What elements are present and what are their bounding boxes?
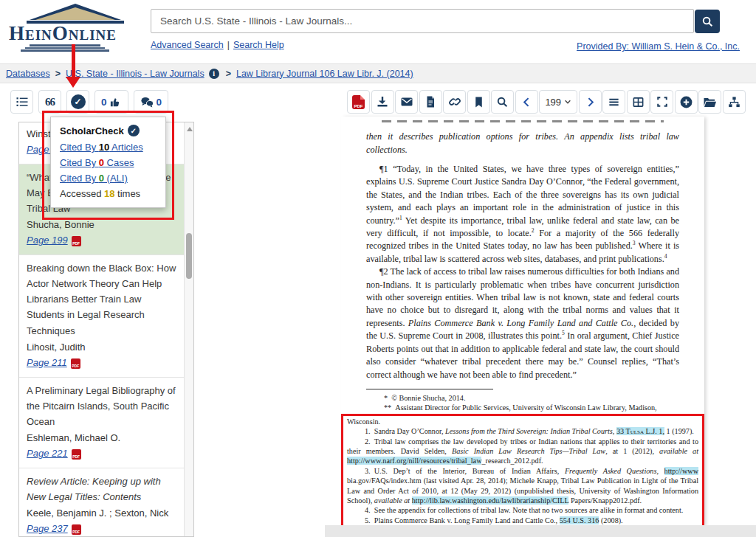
view-pdf-button[interactable]: PDF [347, 90, 370, 114]
pdf-icon[interactable]: PDF [71, 358, 80, 369]
bookmark-button[interactable] [467, 90, 490, 114]
likes-button[interactable]: 0 [94, 90, 128, 114]
download-icon [376, 95, 389, 108]
contents-list-button[interactable] [10, 90, 33, 114]
inline-link[interactable]: http://www.narf.org/nill/resources/triba… [347, 457, 481, 465]
more-options-button[interactable] [675, 90, 698, 114]
permalink-button[interactable] [443, 90, 466, 114]
list-item[interactable]: Breaking down the Black Box: How Actor N… [19, 255, 184, 377]
article-title: Review Article: Keeping up with New Lega… [27, 474, 176, 505]
cited-by-articles-link[interactable]: Cited By 10 Articles [60, 142, 143, 153]
breadcrumb-separator: > [55, 69, 61, 79]
search-icon [701, 15, 714, 28]
save-to-favorites-button[interactable] [698, 90, 721, 114]
previous-page-button[interactable] [515, 90, 538, 114]
check-circle-icon: ✓ [71, 94, 86, 109]
cited-by-ali-link[interactable]: Cited By 0 (ALI) [60, 173, 128, 184]
sidebar-scrollbar[interactable] [184, 122, 193, 536]
envelope-icon [400, 95, 413, 108]
cited-by-cases-link[interactable]: Cited By 0 Cases [60, 157, 134, 168]
page-link[interactable]: Page 221 [27, 448, 68, 459]
footnote-star: * © Bonnie Shucha, 2014. [366, 393, 679, 403]
email-button[interactable] [395, 90, 418, 114]
breadcrumb-databases[interactable]: Databases [6, 69, 50, 79]
footnote-4: 4. See the appendix for collections of t… [347, 505, 698, 515]
page-view-options-button[interactable] [602, 90, 625, 114]
citation-network-button[interactable] [723, 90, 746, 114]
footnote-1: 1. Sandra Day O’Connor, Lessons from the… [347, 426, 698, 436]
info-icon[interactable]: i [209, 69, 219, 79]
pdf-icon[interactable]: PDF [72, 524, 81, 535]
breadcrumb: Databases > U.S. State - Illinois - Law … [0, 63, 756, 83]
next-page-button[interactable] [579, 90, 602, 114]
footnote-2: 2. Tribal law comprises the law develope… [347, 437, 698, 466]
pdf-icon[interactable]: PDF [72, 449, 81, 460]
clipped-text-line [382, 120, 664, 122]
breadcrumb-separator: > [226, 69, 231, 79]
page-link[interactable]: Page 211 [27, 357, 67, 368]
pdf-icon: PDF [352, 95, 365, 109]
fullscreen-button[interactable] [650, 90, 673, 114]
inline-link[interactable]: 33 T [616, 427, 630, 435]
thumbs-up-icon [109, 96, 122, 108]
comments-button[interactable]: 0 [134, 90, 169, 114]
inline-link[interactable]: http://lib.law.washington.edu/lawlibrari… [412, 496, 569, 505]
article-authors[interactable]: Lihosit, Judith [27, 339, 176, 355]
inline-link[interactable]: Sexton, Nick [114, 507, 168, 519]
breadcrumb-collection[interactable]: U.S. State - Illinois - Law Journals [66, 69, 205, 79]
magnifier-icon [496, 96, 509, 108]
inline-link[interactable]: Shucha, Bonnie [27, 219, 94, 230]
list-item[interactable]: A Preliminary Legal Bibliography of the … [19, 378, 184, 468]
article-authors[interactable]: Shucha, Bonnie [27, 217, 176, 232]
search-in-document-button[interactable] [491, 90, 514, 114]
text-view-button[interactable] [419, 90, 442, 114]
inline-link[interactable]: Lihosit, Judith [27, 342, 86, 353]
comments-icon [140, 96, 154, 108]
article-authors[interactable]: Keele, Benjamin J. ; Sexton, Nick [27, 505, 176, 521]
search-help-link[interactable]: Search Help [233, 40, 284, 50]
footnote-double-star: ** Assistant Director for Public Service… [366, 403, 679, 412]
viewer-background-strip [325, 525, 756, 537]
chevron-right-icon [585, 97, 596, 108]
provided-by-link[interactable]: Provided By: William S. Hein & Co., Inc. [577, 41, 740, 52]
advanced-search-link[interactable]: Advanced Search [151, 40, 224, 50]
quote-icon: 66 [45, 96, 55, 108]
logo-text: HeinOnline [9, 22, 117, 45]
inline-link[interactable]: Eshleman, Michael O. [27, 432, 120, 443]
list-icon [16, 95, 29, 108]
breadcrumb-journal[interactable]: Law Library Journal 106 Law Libr. J. (20… [236, 69, 413, 79]
page-link[interactable]: Page 199 [27, 235, 68, 246]
scrollbar-thumb[interactable] [186, 233, 192, 279]
footnote-double-star-continued: Wisconsin. [347, 417, 698, 426]
bookmark-icon [472, 96, 485, 108]
citations-button[interactable]: 66 [38, 90, 61, 114]
document-tools-right: PDF [347, 90, 746, 114]
scroll-up-arrow[interactable] [187, 127, 193, 131]
article-title: Breaking down the Black Box: How Actor N… [27, 260, 176, 338]
article-authors[interactable]: Eshleman, Michael O. [27, 430, 176, 446]
search-input[interactable] [151, 9, 694, 33]
chevron-down-icon [564, 98, 571, 105]
heinonline-logo[interactable]: HeinOnline [7, 2, 148, 49]
folder-icon [703, 96, 717, 108]
inline-link[interactable]: L.J. 1, [644, 427, 664, 435]
multi-page-view-button[interactable] [627, 90, 650, 114]
inline-link[interactable]: ulsa [630, 427, 644, 435]
inline-link[interactable]: Keele, Benjamin J. [27, 507, 106, 519]
accessed-times-label: Accessed 18 times [60, 188, 157, 199]
document-page: then it describes publication options fo… [341, 117, 704, 527]
download-button[interactable] [371, 90, 394, 114]
pdf-icon[interactable]: PDF [72, 236, 81, 246]
inline-link[interactable]: 554 U.S. 316 [560, 516, 599, 524]
page-link[interactable]: Page 237 [27, 523, 68, 534]
header: HeinOnline Advanced Search|Search Help P… [0, 0, 756, 63]
search-button[interactable] [695, 10, 720, 33]
sitemap-icon [728, 96, 740, 108]
inline-link[interactable]: http://www [664, 467, 698, 475]
page-number-select[interactable]: 199 [539, 90, 577, 114]
scholarcheck-button[interactable]: ✓ [66, 90, 89, 114]
list-item[interactable]: Review Article: Keeping up with New Lega… [19, 468, 184, 537]
paragraph-1: ¶1 “Today, in the United States, we have… [366, 163, 679, 266]
link-icon [448, 95, 461, 108]
footnote-5: 5. Plains Commerce Bank v. Long Family L… [347, 516, 698, 525]
